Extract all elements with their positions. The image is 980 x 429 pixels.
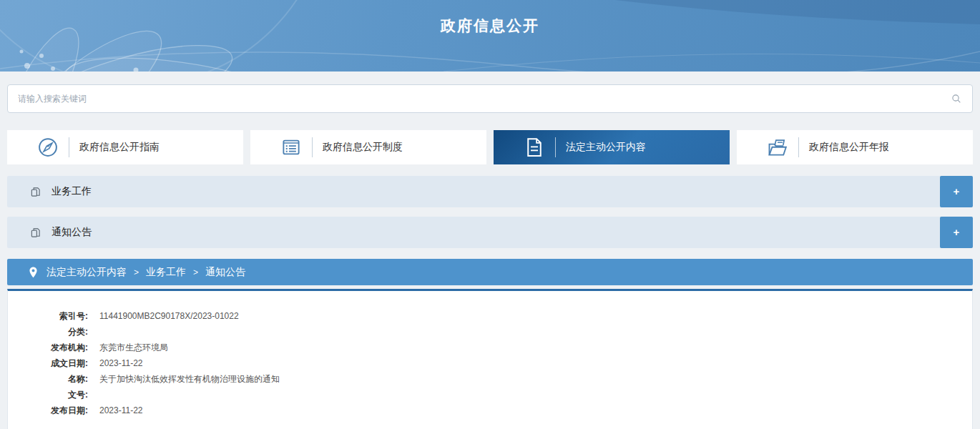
location-pin-icon: [29, 267, 38, 278]
breadcrumb-item[interactable]: 法定主动公开内容: [46, 266, 127, 279]
accordion-business-work[interactable]: 业务工作 +: [7, 176, 973, 207]
page-title: 政府信息公开: [0, 16, 980, 36]
breadcrumb-separator: >: [193, 267, 198, 277]
tab-guide[interactable]: 政府信息公开指南: [7, 130, 243, 164]
breadcrumb: 法定主动公开内容 > 业务工作 > 通知公告: [7, 259, 973, 285]
expand-button[interactable]: +: [940, 176, 973, 207]
divider: [798, 137, 799, 157]
search-icon: [951, 93, 962, 104]
detail-row: 索引号: 11441900MB2C90178X/2023-01022: [8, 308, 972, 324]
tab-bar: 政府信息公开指南: [7, 130, 973, 164]
tab-statutory-content[interactable]: 法定主动公开内容: [494, 130, 730, 164]
pages-icon: [30, 227, 41, 238]
divider: [555, 137, 556, 157]
detail-label: 文号:: [8, 387, 88, 403]
detail-value: 关于加快淘汰低效挥发性有机物治理设施的通知: [99, 371, 280, 387]
detail-label: 发布机构:: [8, 340, 88, 355]
banner: 政府信息公开: [0, 0, 980, 72]
tab-label: 政府信息公开制度: [323, 141, 403, 154]
tab-system[interactable]: 政府信息公开制度: [250, 130, 486, 164]
detail-label: 成文日期:: [8, 355, 88, 371]
breadcrumb-item[interactable]: 业务工作: [146, 266, 186, 279]
detail-label: 索引号:: [8, 308, 88, 324]
tab-annual-report[interactable]: 政府信息公开年报: [737, 130, 973, 164]
detail-label: 名称:: [8, 371, 88, 387]
accordion-label: 通知公告: [52, 226, 92, 239]
divider: [312, 137, 313, 157]
tab-label: 政府信息公开指南: [79, 141, 160, 154]
detail-row: 发布日期: 2023-11-22: [8, 403, 972, 418]
accordion-notices[interactable]: 通知公告 +: [7, 217, 973, 248]
search-input[interactable]: [7, 84, 973, 113]
notebook-icon: [280, 137, 302, 158]
detail-row: 分类:: [8, 324, 972, 340]
pages-icon: [30, 187, 41, 197]
document-icon: [524, 137, 545, 158]
detail-value: 东莞市生态环境局: [99, 340, 168, 355]
detail-row: 名称: 关于加快淘汰低效挥发性有机物治理设施的通知: [8, 371, 972, 387]
detail-value: 2023-11-22: [99, 403, 143, 418]
detail-value: 2023-11-22: [99, 355, 143, 371]
breadcrumb-item[interactable]: 通知公告: [205, 266, 245, 279]
detail-row: 文号:: [8, 387, 972, 403]
tab-label: 政府信息公开年报: [809, 141, 889, 154]
search-bar: [7, 84, 973, 113]
expand-button[interactable]: +: [940, 217, 973, 248]
search-button[interactable]: [943, 87, 970, 110]
detail-row: 成文日期: 2023-11-22: [8, 355, 972, 371]
detail-panel: 索引号: 11441900MB2C90178X/2023-01022 分类: 发…: [7, 289, 973, 429]
tab-label: 法定主动公开内容: [566, 141, 646, 154]
page: 政府信息公开: [0, 0, 980, 429]
content: 政府信息公开指南: [0, 84, 980, 429]
detail-value: 11441900MB2C90178X/2023-01022: [99, 308, 239, 324]
detail-label: 分类:: [8, 324, 88, 340]
compass-icon: [37, 137, 59, 158]
breadcrumb-separator: >: [134, 267, 139, 277]
accordion-label: 业务工作: [52, 185, 92, 198]
folder-icon: [767, 137, 788, 158]
divider: [69, 137, 69, 157]
detail-row: 发布机构: 东莞市生态环境局: [8, 340, 972, 355]
banner-decoration: [0, 0, 980, 72]
detail-label: 发布日期:: [8, 403, 88, 418]
